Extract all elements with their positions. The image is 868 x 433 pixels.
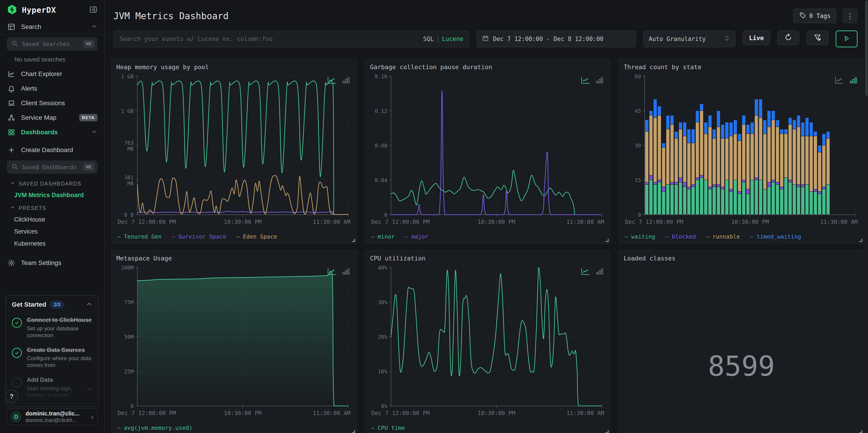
scrollbar-thumb[interactable] — [865, 0, 868, 96]
chart-view-toggles — [327, 268, 350, 276]
panel-resize-handle[interactable] — [859, 239, 862, 242]
svg-text:11:30:00 AM: 11:30:00 AM — [566, 219, 604, 225]
chevron-up-icon — [91, 129, 97, 136]
sql-option[interactable]: SQL — [423, 35, 434, 42]
panel-resize-handle[interactable] — [606, 239, 609, 242]
plus-icon — [7, 146, 16, 154]
chart-canvas-cpu[interactable]: 0%10%20%30%40%Dec 7 12:00:00 PM10:30:00 … — [370, 264, 605, 421]
saved-dashboards-section-header[interactable]: SAVED DASHBOARDS — [0, 177, 104, 189]
user-menu[interactable]: D dominic.tran@clic... dominic.tran@clic… — [6, 408, 98, 425]
sidebar-item-client-sessions[interactable]: Client Sessions — [0, 96, 104, 111]
date-range-picker[interactable]: 1 Dec 7 12:00:00 - Dec 8 12:00:00 — [476, 31, 636, 48]
chart-panel-threads: Thread count by state015304560Dec 7 12:0… — [618, 59, 864, 244]
vertical-scrollbar[interactable] — [865, 0, 868, 433]
legend-item: —runnable — [706, 233, 740, 240]
preset-item-services[interactable]: Services — [0, 226, 104, 238]
preset-item-clickhouse[interactable]: ClickHouse — [0, 214, 104, 226]
get-started-item[interactable]: Create Data SourcesConfigure where your … — [12, 346, 92, 369]
legend-dash-icon: — — [371, 233, 374, 240]
line-view-icon[interactable] — [834, 76, 844, 85]
panel-resize-handle[interactable] — [606, 430, 609, 433]
svg-text:50M: 50M — [124, 334, 134, 340]
sidebar-item-dashboards[interactable]: Dashboards — [0, 125, 104, 140]
svg-text:40%: 40% — [378, 265, 387, 271]
granularity-select[interactable]: Auto Granularity — [643, 31, 736, 48]
chart-canvas-metaspace[interactable]: 025M50M75M100MDec 7 12:00:00 PM10:30:00 … — [116, 264, 351, 421]
panel-resize-handle[interactable] — [859, 430, 862, 433]
get-started-item-title: Add Data — [27, 376, 83, 383]
dashboards-icon — [7, 128, 16, 136]
svg-text:0.04: 0.04 — [375, 177, 387, 183]
refresh-button[interactable] — [777, 31, 799, 45]
no-saved-searches-text: No saved searches — [0, 54, 104, 67]
chart-canvas-heap[interactable]: 0 B381MB763MB1 GB1 GBDec 7 12:00:00 PM10… — [116, 73, 351, 230]
svg-text:Dec 7 12:00:00 PM: Dec 7 12:00:00 PM — [118, 410, 176, 416]
bell-icon — [7, 85, 16, 92]
legend-dash-icon: — — [371, 425, 374, 431]
bar-view-icon[interactable] — [595, 268, 604, 276]
empty-circle-icon — [12, 378, 22, 388]
sidebar-item-chart-explorer[interactable]: Chart Explorer — [0, 67, 104, 81]
legend-label: minor — [377, 233, 395, 240]
saved-dashboards-list: JVM Metrics Dashboard — [0, 189, 104, 201]
bar-view-icon[interactable] — [341, 76, 350, 85]
preset-item-kubernetes[interactable]: Kubernetes — [0, 238, 104, 250]
gear-icon — [7, 259, 16, 267]
live-button[interactable]: Live — [743, 31, 770, 45]
bar-view-icon[interactable] — [595, 76, 604, 85]
query-language-toggle[interactable]: SQL|Lucene — [423, 35, 463, 42]
chart-panel-loaded: Loaded classes8599 — [618, 250, 864, 433]
sidebar-item-team-settings[interactable]: Team Settings — [0, 256, 104, 270]
arrow-right-icon: → — [86, 384, 92, 399]
sidebar-collapse-icon[interactable] — [89, 5, 97, 14]
magnifier-icon — [11, 40, 18, 48]
saved-dashboard-item[interactable]: JVM Metrics Dashboard — [0, 189, 104, 201]
bar-view-icon[interactable] — [341, 268, 350, 276]
legend-label: runnable — [712, 233, 740, 240]
saved-searches-searchbox[interactable]: ⌘K — [7, 37, 97, 51]
lucene-option[interactable]: Lucene — [442, 35, 463, 42]
kebab-icon: ⋮ — [846, 12, 854, 20]
panel-resize-handle[interactable] — [352, 239, 355, 242]
svg-text:0: 0 — [130, 403, 134, 409]
legend-item: —Survivor Space — [172, 233, 226, 240]
line-view-icon[interactable] — [327, 268, 337, 276]
chart-panel-cpu: CPU utilization0%10%20%30%40%Dec 7 12:00… — [365, 250, 611, 433]
event-search-box[interactable]: SQL|Lucene — [114, 31, 469, 48]
tags-button[interactable]: 0 Tags — [793, 9, 837, 23]
line-view-icon[interactable] — [327, 76, 337, 85]
svg-text:763MB: 763MB — [124, 140, 134, 152]
filter-button[interactable] — [807, 31, 828, 45]
presets-list: ClickHouseServicesKubernetes — [0, 214, 104, 250]
get-started-item[interactable]: Connect to ClickHouseSet up your databas… — [12, 316, 92, 339]
create-dashboard-button[interactable]: Create Dashboard — [0, 143, 104, 157]
chart-panel-heap: Heap memory usage by pool0 B381MB763MB1 … — [111, 59, 357, 244]
chevron-up-icon[interactable] — [86, 301, 92, 308]
svg-text:75M: 75M — [124, 299, 134, 305]
line-view-icon[interactable] — [581, 268, 590, 276]
legend-dash-icon: — — [706, 233, 709, 240]
sidebar-item-alerts[interactable]: Alerts — [0, 81, 104, 96]
bar-view-icon[interactable] — [849, 76, 858, 85]
panel-resize-handle[interactable] — [352, 430, 355, 433]
chart-canvas-threads[interactable]: 015304560Dec 7 12:00:00 PM10:30:00 PM11:… — [624, 73, 859, 230]
line-view-icon[interactable] — [581, 76, 590, 85]
run-query-button[interactable] — [836, 31, 858, 48]
saved-dashboards-searchbox[interactable]: ⌘K — [7, 160, 97, 174]
saved-searches-input[interactable] — [22, 41, 83, 48]
svg-text:0.08: 0.08 — [375, 143, 387, 149]
legend-label: CPU time — [377, 425, 405, 431]
presets-section-header[interactable]: PRESETS — [0, 201, 104, 214]
sidebar-item-search[interactable]: Search — [0, 20, 104, 34]
granularity-value: Auto Granularity — [649, 35, 724, 42]
svg-text:0: 0 — [638, 212, 641, 218]
saved-dashboards-input[interactable] — [22, 164, 83, 171]
select-chevrons-icon — [724, 35, 730, 43]
svg-text:1 GB: 1 GB — [121, 73, 134, 80]
get-started-item[interactable]: Add DataStart sending logs, metrics, or … — [12, 376, 92, 399]
help-button[interactable]: ? — [5, 390, 18, 403]
more-options-button[interactable]: ⋮ — [842, 9, 858, 23]
chart-canvas-gc[interactable]: 00.040.080.120.16Dec 7 12:00:00 PM10:30:… — [370, 73, 605, 230]
sidebar-item-service-map[interactable]: Service MapBETA — [0, 111, 104, 125]
event-search-input[interactable] — [119, 35, 423, 42]
